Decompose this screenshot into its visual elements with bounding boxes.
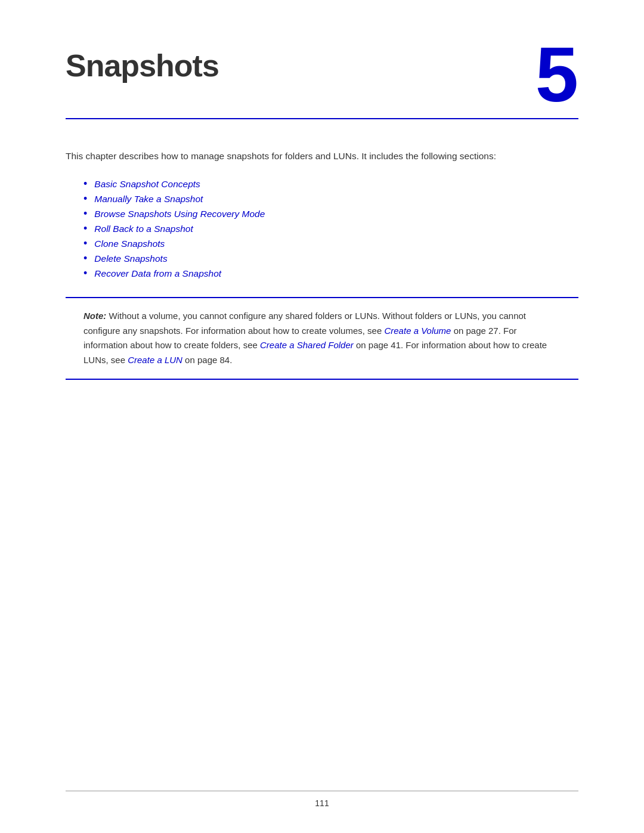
bullet-dot: • [83, 223, 87, 234]
chapter-header: Snapshots 5 [66, 48, 578, 113]
bullet-dot: • [83, 208, 87, 219]
list-item: • Roll Back to a Snapshot [83, 223, 578, 234]
list-item: • Manually Take a Snapshot [83, 193, 578, 205]
bullet-list: • Basic Snapshot Concepts • Manually Tak… [83, 178, 578, 279]
bottom-divider [66, 791, 578, 791]
header-divider [66, 118, 578, 119]
bullet-dot: • [83, 178, 87, 189]
note-text-4: on page 84. [182, 355, 232, 365]
chapter-number: 5 [535, 36, 578, 113]
page-number: 111 [315, 798, 329, 808]
link-basic-snapshot-concepts[interactable]: Basic Snapshot Concepts [94, 179, 200, 190]
chapter-title: Snapshots [66, 48, 219, 83]
link-roll-back[interactable]: Roll Back to a Snapshot [94, 224, 193, 234]
page-container: Snapshots 5 This chapter describes how t… [0, 0, 644, 833]
link-recover-data[interactable]: Recover Data from a Snapshot [94, 268, 221, 279]
list-item: • Browse Snapshots Using Recovery Mode [83, 208, 578, 219]
bullet-dot: • [83, 193, 87, 204]
note-prefix: Note: [83, 311, 106, 321]
link-create-shared-folder[interactable]: Create a Shared Folder [260, 340, 354, 350]
list-item: • Recover Data from a Snapshot [83, 268, 578, 279]
list-item: • Delete Snapshots [83, 253, 578, 264]
note-text: Note: Without a volume, you cannot confi… [83, 309, 561, 368]
list-item: • Basic Snapshot Concepts [83, 178, 578, 190]
bullet-dot: • [83, 238, 87, 249]
link-manually-take-snapshot[interactable]: Manually Take a Snapshot [94, 194, 203, 205]
link-clone-snapshots[interactable]: Clone Snapshots [94, 239, 165, 249]
list-item: • Clone Snapshots [83, 238, 578, 249]
link-browse-snapshots[interactable]: Browse Snapshots Using Recovery Mode [94, 209, 265, 219]
bullet-dot: • [83, 253, 87, 264]
link-delete-snapshots[interactable]: Delete Snapshots [94, 253, 167, 264]
intro-text: This chapter describes how to manage sna… [66, 149, 578, 164]
note-box: Note: Without a volume, you cannot confi… [66, 297, 578, 380]
link-create-volume[interactable]: Create a Volume [384, 326, 451, 336]
link-create-lun[interactable]: Create a LUN [128, 355, 182, 365]
bullet-dot: • [83, 268, 87, 278]
